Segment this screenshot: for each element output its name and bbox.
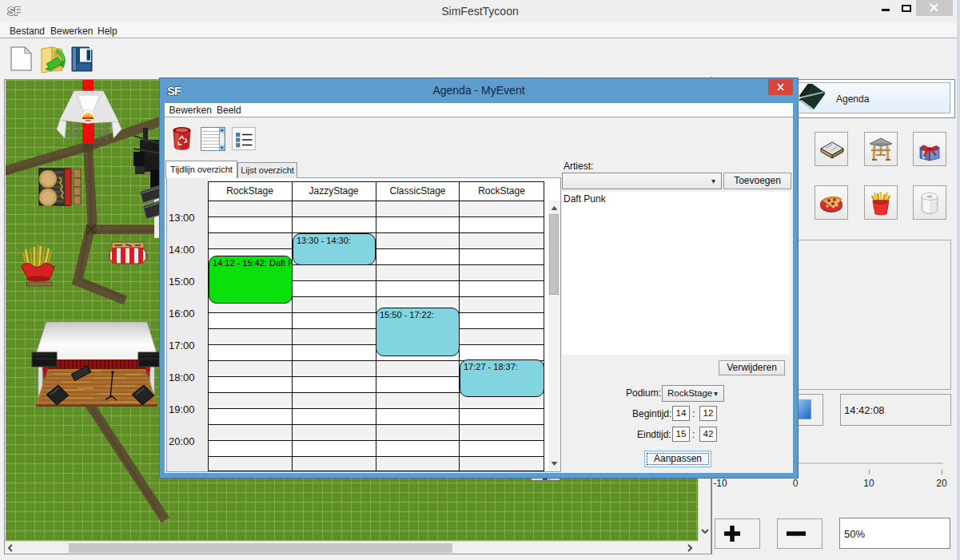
svg-text:SF: SF [7, 5, 21, 18]
svg-text:SF: SF [167, 85, 181, 97]
